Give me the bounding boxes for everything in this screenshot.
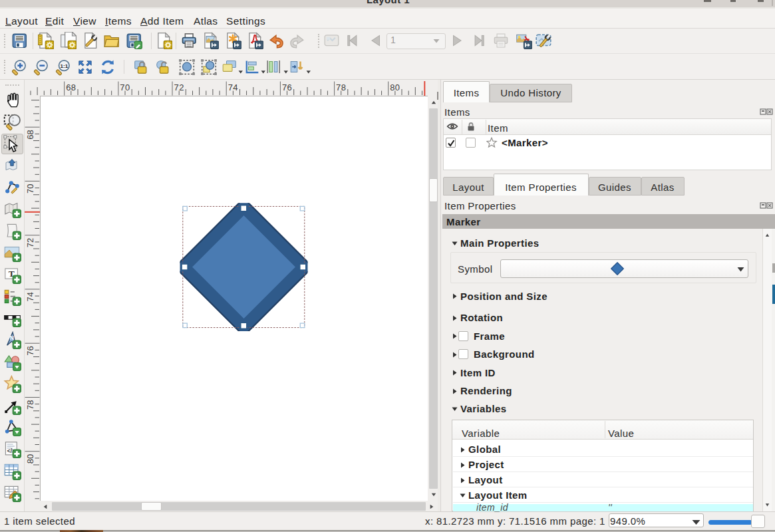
svg-text:70: 70 [25,184,35,193]
svg-text:74: 74 [25,292,35,301]
svg-text:80: 80 [25,454,35,464]
svg-text:78: 78 [25,400,35,409]
svg-text:68: 68 [25,130,35,139]
svg-text:N: N [9,334,13,341]
svg-text:72: 72 [25,238,35,247]
svg-text:76: 76 [25,346,35,355]
svg-text:1:1: 1:1 [61,63,69,69]
